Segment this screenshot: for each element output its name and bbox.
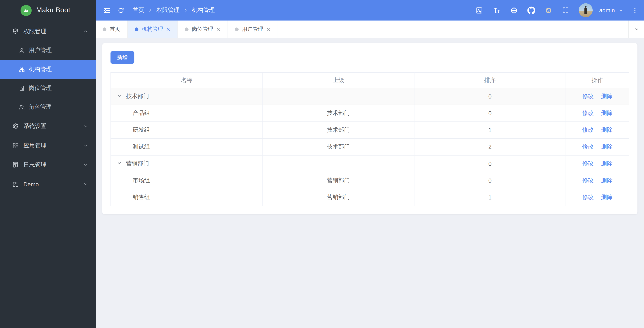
edit-link[interactable]: 修改 [582, 160, 594, 167]
breadcrumb-item-home[interactable]: 首页 [132, 6, 144, 14]
tab-post-management[interactable]: 岗位管理 [178, 20, 228, 38]
expand-arrow-icon[interactable] [117, 93, 122, 98]
sidebar-item-label: 机构管理 [29, 66, 88, 73]
edit-link[interactable]: 修改 [582, 143, 594, 150]
translate-icon[interactable] [475, 6, 483, 14]
org-name: 销售组 [132, 194, 150, 200]
expand-arrow-icon[interactable] [117, 160, 122, 166]
edit-link[interactable]: 修改 [582, 194, 594, 200]
delete-link[interactable]: 删除 [601, 126, 613, 133]
org-name: 产品组 [132, 109, 150, 116]
tab-dot-icon [185, 27, 188, 31]
breadcrumb-item-permission[interactable]: 权限管理 [156, 6, 180, 14]
avatar[interactable] [579, 3, 593, 17]
org-name: 研发组 [132, 126, 150, 133]
edit-link[interactable]: 修改 [582, 177, 594, 183]
tab-org-management[interactable]: 机构管理 [128, 20, 178, 38]
sidebar-item-posts[interactable]: 岗位管理 [0, 79, 96, 98]
tab-home[interactable]: 首页 [96, 20, 128, 38]
org-sort: 0 [414, 155, 566, 172]
table-row[interactable]: 市场组 营销部门 0 修改 删除 [111, 172, 629, 189]
chevron-down-icon [83, 162, 88, 168]
org-parent: 营销部门 [262, 172, 414, 189]
chevron-right-icon [183, 8, 188, 13]
add-button[interactable]: 新增 [110, 51, 134, 64]
app-title: Maku Boot [36, 6, 70, 14]
org-sort: 0 [414, 88, 566, 105]
sidebar-group-label: Demo [23, 181, 83, 187]
user-icon [18, 47, 25, 54]
github-icon[interactable] [527, 6, 535, 14]
maku-logo-icon [20, 5, 32, 16]
sidebar-group-permission[interactable]: 权限管理 [0, 22, 96, 41]
gitee-icon[interactable] [544, 6, 552, 14]
avatar-figure [584, 7, 587, 14]
table-header-row: 名称 上级 排序 操作 [111, 72, 629, 88]
app-logo[interactable]: Maku Boot [0, 0, 96, 20]
table-row[interactable]: 产品组 技术部门 0 修改 删除 [111, 105, 629, 122]
chevron-down-icon[interactable] [618, 8, 624, 13]
sidebar-group-system[interactable]: 系统设置 [0, 117, 96, 136]
table-row[interactable]: 测试组 技术部门 2 修改 删除 [111, 138, 629, 155]
tab-label: 机构管理 [142, 25, 163, 33]
sidebar-group-label: 日志管理 [23, 161, 83, 168]
org-card: 新增 名称 上级 排序 操作 [102, 43, 638, 214]
sidebar: Maku Boot 权限管理 用户管理 [0, 0, 96, 328]
close-icon[interactable] [216, 27, 220, 31]
close-icon[interactable] [266, 27, 270, 31]
tab-label: 岗位管理 [192, 25, 213, 33]
delete-link[interactable]: 删除 [601, 160, 613, 167]
main-area: 首页 权限管理 机构管理 [96, 0, 644, 328]
column-header-parent: 上级 [262, 72, 414, 88]
delete-link[interactable]: 删除 [601, 143, 613, 150]
tab-dot-icon [135, 27, 138, 31]
username[interactable]: admin [599, 7, 615, 13]
fullscreen-icon[interactable] [562, 6, 569, 14]
refresh-icon[interactable] [114, 3, 128, 17]
kebab-menu-icon[interactable] [631, 6, 639, 14]
chevron-down-icon [634, 26, 639, 32]
globe-icon[interactable] [510, 6, 518, 14]
table-row[interactable]: 销售组 营销部门 1 修改 删除 [111, 189, 629, 206]
org-sort: 1 [414, 189, 566, 206]
menu-fold-icon[interactable] [100, 3, 114, 17]
sidebar-group-logs[interactable]: 日志管理 [0, 155, 96, 174]
sidebar-group-label: 权限管理 [23, 28, 83, 35]
table-row[interactable]: 技术部门 0 修改 删除 [111, 88, 629, 105]
table-row[interactable]: 研发组 技术部门 1 修改 删除 [111, 122, 629, 138]
delete-link[interactable]: 删除 [601, 109, 613, 116]
sidebar-item-label: 岗位管理 [29, 84, 88, 92]
org-sort: 0 [414, 105, 566, 122]
sidebar-group-demo[interactable]: Demo [0, 174, 96, 194]
edit-link[interactable]: 修改 [582, 109, 594, 116]
delete-link[interactable]: 删除 [601, 93, 613, 99]
tab-label: 首页 [110, 25, 120, 33]
sidebar-group-label: 系统设置 [23, 123, 83, 130]
delete-link[interactable]: 删除 [601, 194, 613, 200]
tab-user-management[interactable]: 用户管理 [228, 20, 278, 38]
sidebar-item-roles[interactable]: 角色管理 [0, 98, 96, 117]
roles-icon [18, 104, 25, 110]
sidebar-group-apps[interactable]: 应用管理 [0, 136, 96, 155]
org-parent: 技术部门 [262, 122, 414, 138]
edit-link[interactable]: 修改 [582, 93, 594, 99]
tabbar-spacer [278, 20, 628, 38]
sidebar-item-label: 用户管理 [29, 47, 88, 54]
sidebar-item-users[interactable]: 用户管理 [0, 41, 96, 60]
delete-link[interactable]: 删除 [601, 177, 613, 183]
sidebar-item-label: 角色管理 [29, 103, 88, 111]
org-name: 测试组 [132, 143, 150, 150]
org-tree-icon [18, 66, 25, 73]
close-icon[interactable] [166, 27, 170, 31]
tab-dot-icon [235, 27, 239, 31]
sidebar-group-label: 应用管理 [23, 142, 83, 149]
font-size-icon[interactable] [492, 6, 500, 14]
topbar: 首页 权限管理 机构管理 [96, 0, 644, 20]
org-parent: 技术部门 [262, 138, 414, 155]
sidebar-item-orgs[interactable]: 机构管理 [0, 60, 96, 79]
post-doc-icon [18, 85, 25, 91]
tabs-dropdown[interactable] [628, 20, 644, 38]
topbar-actions: admin [475, 3, 639, 17]
table-row[interactable]: 营销部门 0 修改 删除 [111, 155, 629, 172]
edit-link[interactable]: 修改 [582, 126, 594, 133]
